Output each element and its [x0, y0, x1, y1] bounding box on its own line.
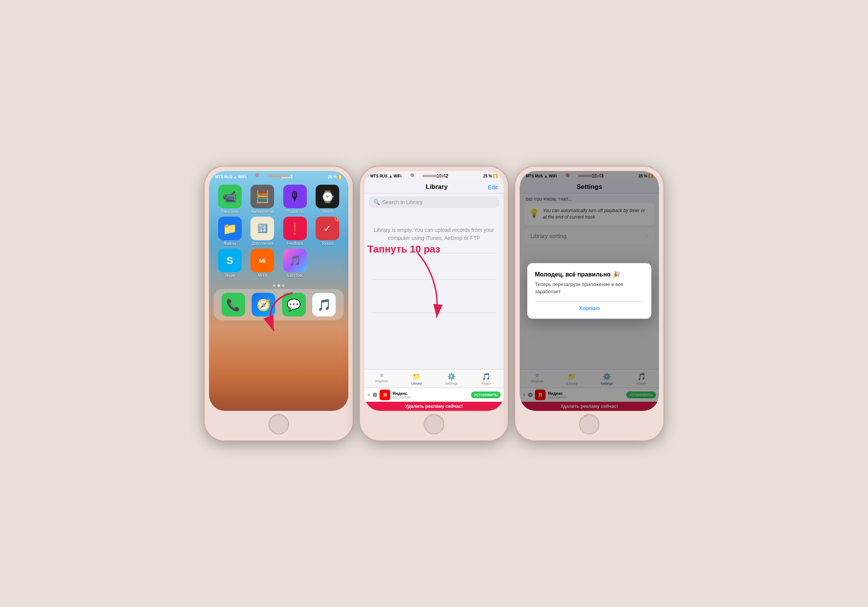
tab-playlists[interactable]: ≡ Playlists: [364, 371, 399, 387]
home-screen: 📹 FaceTime 🧮 Калькулятор 🎙 Подкасты ⌚ Wa…: [209, 171, 348, 411]
app-files[interactable]: 📁 Файлы: [215, 217, 245, 246]
ad-yandex-icon: Я: [380, 390, 390, 400]
modal-box: Молодец, всё правильно 🎉 Теперь перезагр…: [527, 263, 651, 318]
ad-install-btn[interactable]: УСТАНОВИТЬ: [471, 391, 501, 398]
screenshots-container: MTS RUS ▲ WiFi 18:41 25 % ▓ 📹 FaceTime: [204, 166, 664, 441]
app-mifit[interactable]: Mi Mi Fit: [248, 249, 278, 278]
search-icon: 🔍: [373, 199, 380, 205]
app-feedback[interactable]: ❗ Feedback: [280, 217, 310, 246]
phone-1-camera: [255, 173, 259, 177]
search-bar[interactable]: 🔍 Search in Library: [369, 196, 499, 208]
app-todoist[interactable]: ✓ 5 Todoist: [313, 217, 343, 246]
phone-3-screen: MTS RUS ▲ WiFi 18:43 25 % ▓ Settings DID…: [520, 171, 659, 411]
app-watch[interactable]: ⌚ Watch: [313, 185, 343, 214]
tab-settings[interactable]: ⚙️ Settings: [434, 371, 469, 387]
ad-remove-banner[interactable]: Удалить рекламу сейчас!: [364, 402, 504, 411]
phone-2-frame: MTS RUS ▲ WiFi 18:42 25 % ▓ Library Edit…: [360, 166, 508, 441]
phone-3-home-button[interactable]: [579, 414, 600, 434]
app-lazytool[interactable]: 🎵 LazyTool: [280, 249, 310, 278]
phone-1-carrier: MTS RUS ▲ WiFi: [215, 175, 246, 179]
phone-2-speaker: [423, 175, 445, 177]
phone-1-home-button[interactable]: [268, 414, 289, 434]
library-screen: MTS RUS ▲ WiFi 18:42 25 % ▓ Library Edit…: [364, 171, 504, 411]
dock-messages[interactable]: 💬: [280, 293, 308, 316]
tab-player[interactable]: 🎵 Player: [469, 371, 504, 387]
app-podcasts[interactable]: 🎙 Подкасты: [280, 185, 310, 214]
dock: 📞 🧭 💬 🎵: [214, 289, 344, 320]
search-placeholder: Search in Library: [382, 199, 423, 205]
settings-screen: MTS RUS ▲ WiFi 18:43 25 % ▓ Settings DID…: [520, 171, 659, 411]
phone-3-frame: MTS RUS ▲ WiFi 18:43 25 % ▓ Settings DID…: [515, 166, 664, 441]
phone-1-screen: MTS RUS ▲ WiFi 18:41 25 % ▓ 📹 FaceTime: [209, 171, 348, 411]
tab-bar: ≡ Playlists 📁 Library ⚙️ Settings 🎵 Play…: [364, 369, 504, 388]
phone-1-battery: 25 % ▓: [328, 175, 342, 179]
app-grid: 📹 FaceTime 🧮 Калькулятор 🎙 Подкасты ⌚ Wa…: [209, 171, 348, 282]
phone-2-home-button[interactable]: [424, 414, 444, 434]
tap-annotation: Тапнуть 10 раз: [367, 243, 440, 255]
dock-safari[interactable]: 🧭: [250, 293, 278, 316]
dock-phone[interactable]: 📞: [220, 293, 247, 316]
page-dots: [209, 282, 348, 289]
phone-2-camera: [410, 173, 414, 177]
edit-button[interactable]: Edit: [488, 184, 498, 190]
app-addons[interactable]: 🔢 Дополнения: [248, 217, 278, 246]
arrow-annotation-phone2: [410, 249, 448, 325]
library-nav-bar: Library Edit: [364, 180, 504, 193]
app-skype[interactable]: S Skype: [215, 249, 245, 278]
library-title: Library: [426, 183, 448, 191]
ad-banner: ✕ i Я Яндекс БЕСПЛАТНО УСТАНОВИТЬ: [364, 388, 504, 402]
modal-overlay: Молодец, всё правильно 🎉 Теперь перезагр…: [520, 171, 659, 411]
modal-ok-button[interactable]: Хорошо: [535, 301, 644, 311]
app-facetime[interactable]: 📹 FaceTime: [215, 185, 245, 214]
phone-1-speaker: [267, 175, 290, 177]
library-empty-state: Library is empty. You can upload records…: [364, 211, 504, 316]
library-empty-text: Library is empty. You can upload records…: [372, 226, 496, 242]
dock-music[interactable]: 🎵: [311, 293, 338, 316]
app-calculator[interactable]: 🧮 Калькулятор: [248, 185, 278, 214]
modal-body: Теперь перезагрузи приложение и все зара…: [535, 281, 644, 295]
modal-title: Молодец, всё правильно 🎉: [535, 271, 644, 278]
tab-library[interactable]: 📁 Library: [399, 371, 434, 387]
phone-2-screen: MTS RUS ▲ WiFi 18:42 25 % ▓ Library Edit…: [364, 171, 504, 411]
phone-1-frame: MTS RUS ▲ WiFi 18:41 25 % ▓ 📹 FaceTime: [204, 166, 353, 441]
